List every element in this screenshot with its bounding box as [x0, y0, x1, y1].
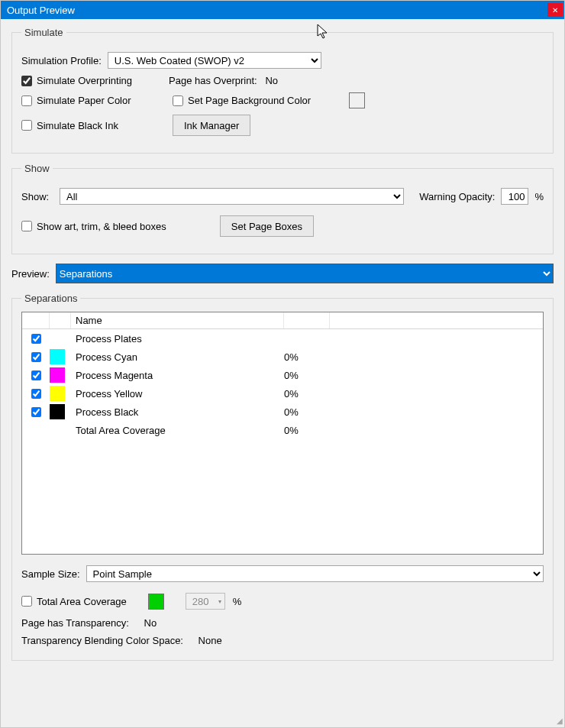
- plate-name: Process Magenta: [71, 370, 284, 381]
- chevron-down-icon: ▾: [218, 598, 221, 605]
- page-has-overprint: Page has Overprint: No: [169, 75, 278, 86]
- plate-name: Total Area Coverage: [71, 425, 284, 436]
- plate-percent: 0%: [284, 388, 330, 400]
- simulate-paper-color-checkbox[interactable]: Simulate Paper Color: [21, 95, 142, 106]
- plate-name: Process Yellow: [71, 388, 284, 400]
- simulation-profile-label: Simulation Profile:: [21, 55, 102, 66]
- total-area-coverage-checkbox[interactable]: Total Area Coverage: [21, 596, 127, 607]
- page-transparency-label: Page has Transparency:: [21, 617, 129, 629]
- simulate-black-ink-checkbox[interactable]: Simulate Black Ink: [21, 120, 142, 131]
- column-name: Name: [71, 312, 284, 328]
- sample-size-label: Sample Size:: [21, 568, 80, 580]
- table-row: Process Magenta 0%: [22, 366, 543, 384]
- plate-checkbox[interactable]: [31, 389, 41, 399]
- warning-opacity-input[interactable]: [501, 188, 528, 205]
- output-preview-window: Output Preview ✕ Simulate Simulation Pro…: [0, 0, 565, 728]
- table-row: Process Black 0%: [22, 403, 543, 421]
- bg-color-swatch[interactable]: [349, 92, 365, 108]
- plate-name: Process Black: [71, 406, 284, 418]
- table-row: Process Plates: [22, 329, 543, 348]
- set-page-boxes-button[interactable]: Set Page Boxes: [220, 215, 314, 237]
- plate-checkbox[interactable]: [31, 407, 41, 417]
- plate-checkbox[interactable]: [31, 334, 41, 344]
- blend-space-label: Transparency Blending Color Space:: [21, 635, 183, 646]
- plate-percent: 0%: [284, 370, 330, 381]
- plate-name: Process Plates: [71, 333, 284, 345]
- separations-legend: Separations: [21, 293, 80, 304]
- coverage-color-swatch[interactable]: [148, 594, 164, 610]
- table-row: Process Cyan 0%: [22, 348, 543, 366]
- plate-percent: 0%: [284, 406, 330, 418]
- coverage-threshold-spinner[interactable]: 280 ▾: [186, 593, 225, 610]
- separations-header: Name: [22, 312, 543, 329]
- show-select[interactable]: All: [60, 188, 404, 205]
- preview-label: Preview:: [11, 268, 50, 280]
- window-title: Output Preview: [7, 5, 75, 16]
- plate-name: Process Cyan: [71, 351, 284, 363]
- close-button[interactable]: ✕: [547, 3, 563, 17]
- show-label: Show:: [21, 191, 53, 202]
- simulate-overprinting-checkbox[interactable]: Simulate Overprinting: [21, 75, 132, 86]
- ink-manager-button[interactable]: Ink Manager: [173, 115, 250, 136]
- yellow-swatch: [50, 386, 65, 401]
- black-swatch: [50, 404, 65, 419]
- plate-percent: 0%: [284, 351, 330, 363]
- plate-checkbox[interactable]: [31, 352, 41, 362]
- plate-checkbox[interactable]: [31, 370, 41, 380]
- percent-label: %: [534, 191, 544, 202]
- show-legend: Show: [21, 163, 53, 174]
- page-transparency-value: No: [144, 617, 157, 629]
- simulate-legend: Simulate: [21, 27, 66, 38]
- title-bar: Output Preview ✕: [1, 1, 564, 19]
- blend-space-value: None: [199, 635, 222, 646]
- resize-grip-icon[interactable]: ◢: [554, 717, 563, 726]
- show-group: Show Show: All Warning Opacity: % Show a…: [11, 163, 554, 254]
- separations-table: Name Process Plates Process Cyan 0%: [21, 312, 544, 555]
- magenta-swatch: [50, 367, 65, 383]
- show-art-trim-bleed-checkbox[interactable]: Show art, trim, & bleed boxes: [21, 221, 166, 232]
- sample-size-select[interactable]: Point Sample: [86, 565, 544, 582]
- preview-select[interactable]: Separations: [56, 264, 554, 283]
- set-page-bg-color-checkbox[interactable]: Set Page Background Color: [173, 95, 311, 106]
- table-row: Process Yellow 0%: [22, 384, 543, 403]
- plate-percent: 0%: [284, 425, 330, 436]
- table-row: Total Area Coverage 0%: [22, 421, 543, 439]
- warning-opacity-label: Warning Opacity:: [419, 191, 495, 202]
- simulate-group: Simulate Simulation Profile: U.S. Web Co…: [11, 27, 554, 154]
- separations-group: Separations Name Process Plates: [11, 293, 554, 661]
- cyan-swatch: [50, 349, 65, 364]
- simulation-profile-select[interactable]: U.S. Web Coated (SWOP) v2: [108, 52, 321, 69]
